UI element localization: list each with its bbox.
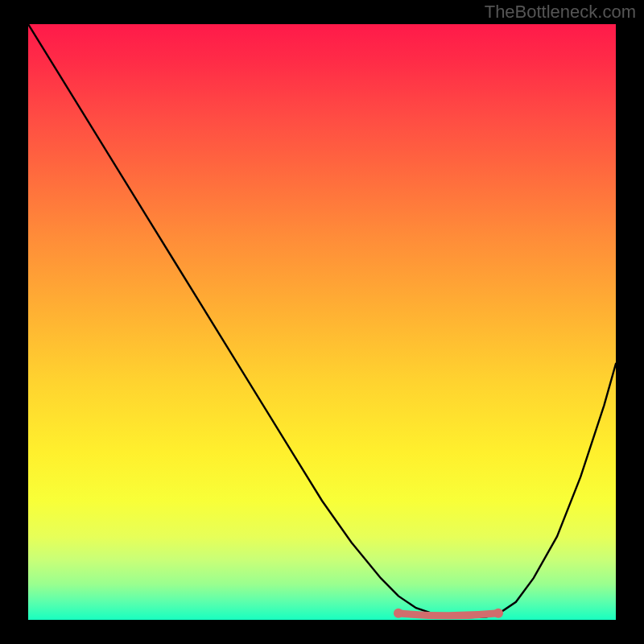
sweet-spot-start-dot: [394, 609, 403, 618]
sweet-spot-band: [398, 613, 498, 616]
sweet-spot-end-dot: [493, 609, 503, 618]
plot-area: [28, 24, 616, 620]
marker-layer: [28, 24, 616, 620]
bottleneck-chart: TheBottleneck.com: [0, 0, 644, 644]
watermark-text: TheBottleneck.com: [485, 2, 636, 23]
